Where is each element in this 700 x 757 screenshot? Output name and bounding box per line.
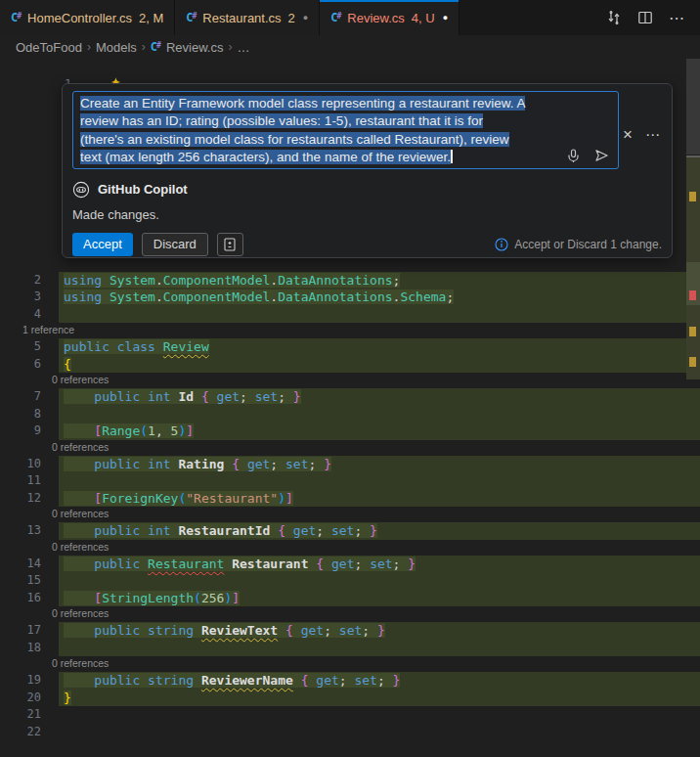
line-number: 8 [0, 406, 41, 423]
accept-discard-hint: Accept or Discard 1 change. [514, 238, 662, 251]
code-row: 10 public int Rating { get; set; } [0, 456, 700, 473]
prompt-text: Create an Entity Framework model class r… [80, 96, 525, 111]
breadcrumb-symbol[interactable]: … [237, 40, 249, 55]
code-row: 16 [StringLength(256)] [0, 590, 700, 607]
line-number: 4 [0, 306, 41, 324]
codelens-row[interactable]: 0 references [0, 656, 700, 672]
send-icon[interactable] [594, 149, 609, 162]
codelens-row[interactable]: 0 references [0, 540, 700, 556]
code-row: 7 public int Id { get; set; } [0, 388, 700, 406]
split-editor-icon[interactable] [635, 8, 655, 27]
breadcrumb-file[interactable]: Review.cs [166, 40, 224, 55]
line-number: 6 [0, 356, 41, 374]
code-row: 15 [0, 572, 700, 590]
breadcrumb-folder[interactable]: Models [96, 40, 137, 55]
codelens-references-link[interactable]: 0 references [52, 607, 109, 619]
code-editor[interactable]: 1 Create an Entity Framework model class… [0, 59, 700, 757]
inline-chat-widget: Create an Entity Framework model class r… [62, 83, 673, 258]
line-number: 14 [0, 556, 41, 573]
breadcrumb-project[interactable]: OdeToFood [16, 40, 82, 55]
line-number: 12 [0, 490, 41, 508]
tab-label: Review.cs [347, 11, 405, 25]
codelens-row[interactable]: 1 reference [0, 323, 700, 338]
codelens-references-link[interactable]: 0 references [52, 508, 109, 519]
line-number: 10 [0, 456, 41, 473]
line-number: 21 [0, 706, 41, 724]
line-number: 13 [0, 522, 41, 540]
code-line-text: } [64, 690, 71, 705]
code-line-text: using System.ComponentModel.DataAnnotati… [64, 289, 454, 304]
code-line-text: public int Id { get; set; } [64, 389, 301, 404]
scrollbar-thumb[interactable] [686, 59, 700, 155]
breadcrumb: OdeToFood › Models › C# Review.cs › … [0, 35, 700, 59]
line-number: 9 [0, 423, 41, 440]
code-row: 12 [ForeignKey("Restaurant")] [0, 490, 700, 508]
code-row: 17 public string ReviewText { get; set; … [0, 622, 700, 640]
line-number: 15 [0, 572, 41, 590]
code-row: 8 [0, 406, 700, 423]
csharp-file-icon: C# [151, 41, 161, 53]
codelens-references-link[interactable]: 0 references [52, 374, 109, 385]
code-rows[interactable]: 2using System.ComponentModel.DataAnnotat… [0, 272, 700, 741]
tab-badge: 2 [288, 11, 295, 25]
prompt-text: review has an ID; rating (possible value… [80, 113, 483, 128]
accept-button[interactable]: Accept [72, 233, 133, 256]
more-options-icon[interactable]: ⋯ [645, 127, 660, 142]
codelens-references-link[interactable]: 1 reference [22, 324, 74, 335]
code-row: 9 [Range(1, 5)] [0, 423, 700, 440]
discard-button[interactable]: Discard [142, 233, 208, 256]
microphone-icon[interactable] [567, 149, 580, 163]
line-number: 11 [0, 472, 41, 490]
code-row: 13 public int RestaurantId { get; set; } [0, 522, 700, 540]
code-line-text: public int Rating { get; set; } [64, 457, 331, 471]
info-icon [495, 238, 508, 251]
tab-homecontroller[interactable]: C# HomeController.cs 2, M [0, 0, 175, 35]
codelens-row[interactable]: 0 references [0, 373, 700, 388]
code-line-text: { [64, 357, 71, 372]
code-line-text: public Restaurant Restaurant { get; set;… [64, 557, 416, 571]
tab-label: HomeController.cs [27, 11, 132, 25]
csharp-file-icon: C# [186, 12, 197, 23]
open-changes-icon[interactable] [604, 8, 624, 27]
code-row: 3using System.ComponentModel.DataAnnotat… [0, 289, 700, 306]
code-row: 14 public Restaurant Restaurant { get; s… [0, 556, 700, 573]
toggle-changes-button[interactable] [217, 233, 243, 256]
tab-badge: 2, M [139, 11, 163, 25]
line-number: 17 [0, 622, 41, 640]
codelens-references-link[interactable]: 0 references [52, 441, 109, 453]
code-line-text: public string ReviewerName { get; set; } [64, 673, 400, 688]
tab-bar-spacer [459, 0, 604, 35]
code-row: 4 [0, 306, 700, 324]
code-row: 19 public string ReviewerName { get; set… [0, 672, 700, 690]
breadcrumb-separator: › [142, 40, 146, 54]
code-row: 5public class Review [0, 338, 700, 356]
tab-restaurant[interactable]: C# Restaurant.cs 2 ● [175, 0, 320, 35]
ruler-divider [686, 156, 700, 157]
code-line-text: public int RestaurantId { get; set; } [64, 523, 377, 538]
code-line-text: public class Review [64, 339, 209, 354]
csharp-file-icon: C# [11, 12, 22, 23]
breadcrumb-separator: › [87, 40, 91, 54]
line-number: 7 [0, 388, 41, 406]
csharp-file-icon: C# [330, 12, 341, 23]
codelens-row[interactable]: 0 references [0, 606, 700, 622]
provider-name: GitHub Copilot [98, 182, 188, 197]
codelens-row[interactable]: 0 references [0, 440, 700, 456]
more-actions-icon[interactable]: ⋯ [667, 8, 686, 27]
tab-review-active[interactable]: C# Review.cs 4, U ● [320, 0, 459, 35]
chat-prompt-input[interactable]: Create an Entity Framework model class r… [72, 91, 619, 169]
code-line-text: using System.ComponentModel.DataAnnotati… [64, 273, 400, 288]
code-line-text: [StringLength(256)] [64, 591, 240, 605]
unsaved-dot-icon[interactable]: ● [303, 13, 308, 22]
line-number: 19 [0, 672, 41, 690]
close-icon[interactable]: × [623, 126, 633, 143]
line-number: 22 [0, 724, 41, 741]
codelens-row[interactable]: 0 references [0, 507, 700, 522]
code-row: 18 [0, 640, 700, 657]
codelens-references-link[interactable]: 0 references [52, 541, 109, 553]
breadcrumb-separator: › [228, 40, 232, 54]
codelens-references-link[interactable]: 0 references [52, 657, 109, 669]
unsaved-dot-icon[interactable]: ● [443, 13, 448, 22]
text-caret [451, 150, 453, 163]
ruler-warning-mark [689, 192, 696, 201]
